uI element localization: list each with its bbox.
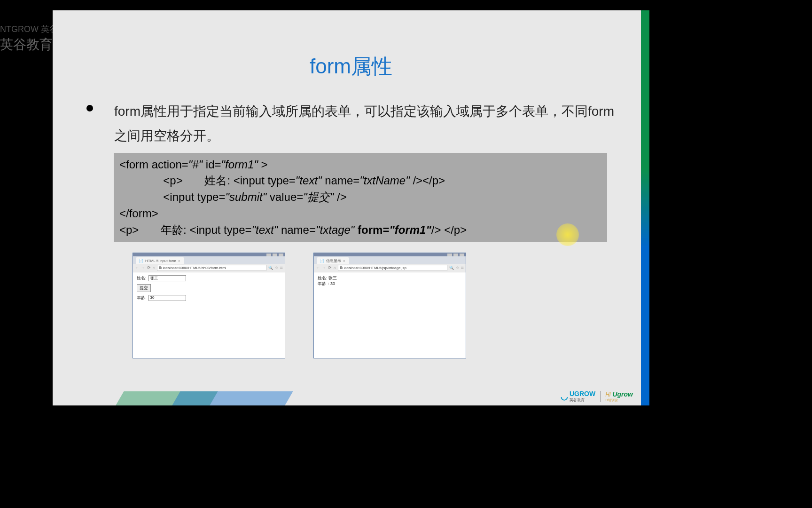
submit-button: 提交 (137, 284, 151, 292)
star-icon: ☆ (456, 266, 459, 270)
tabbar: 📄 HTML 5 input form × (133, 256, 285, 264)
name-label: 姓名: (137, 275, 147, 281)
maximize-icon (453, 254, 458, 256)
menu-icon: ≡ (461, 265, 464, 270)
form-row-name: 姓名: 张三 (137, 275, 281, 281)
file-icon: 📄 (320, 259, 324, 263)
bullet-row: form属性用于指定当前输入域所属的表单，可以指定该输入域属于多个表单，不同fo… (76, 99, 626, 148)
url-input: 🗎 localhost:8080/HTML5/ch03/form.html (157, 265, 266, 271)
url-input: 🗎 localhost:8080/HTML5/jsp/infoage.jsp (338, 265, 447, 271)
watermark-line1: NTGROW 英谷 (0, 24, 58, 35)
slide: form属性 form属性用于指定当前输入域所属的表单，可以指定该输入域属于多个… (53, 10, 649, 405)
browser-content: 姓名: 张三 提交 年龄: 30 (133, 272, 285, 358)
form-row-age: 年龄: 30 (137, 295, 281, 301)
cursor-highlight-icon (556, 223, 579, 246)
close-icon (460, 254, 464, 256)
urlbar: ← → ⟳ ⌂ 🗎 localhost:8080/HTML5/jsp/infoa… (314, 264, 466, 272)
bullet-icon (86, 105, 93, 111)
form-row-submit: 提交 (137, 284, 281, 292)
tab-result: 📄 信息显示 × (317, 257, 349, 264)
code-line-1: <form action="#" id="form1" > (119, 157, 601, 173)
code-line-5: <p> 年龄: <input type="text" name="txtage"… (119, 222, 601, 238)
result-age: 年龄：30 (318, 281, 462, 287)
forward-icon: → (322, 265, 326, 270)
urlbar: ← → ⟳ ⌂ 🗎 localhost:8080/HTML5/ch03/form… (133, 264, 285, 272)
window-controls (447, 254, 464, 256)
code-line-3: <input type="submit" value="提交" /> (119, 189, 601, 206)
maximize-icon (273, 254, 277, 256)
code-block: <form action="#" id="form1" > <p> 姓名: <i… (114, 153, 607, 242)
name-input: 张三 (148, 275, 186, 281)
watermark-line2: 英谷教育 (0, 35, 58, 54)
search-icon: 🔍 (268, 266, 273, 270)
page-icon: 🗎 (340, 266, 344, 270)
browser-content: 姓名: 张三 年龄：30 (314, 272, 466, 358)
slide-title: form属性 (53, 10, 649, 99)
menu-icon: ≡ (280, 265, 283, 270)
tab-form: 📄 HTML 5 input form × (136, 257, 184, 264)
watermark: NTGROW 英谷 英谷教育 (0, 24, 58, 54)
window-controls (266, 254, 283, 256)
browser-window-form: 📄 HTML 5 input form × ← → ⟳ ⌂ 🗎 localhos… (133, 253, 285, 358)
tabbar: 📄 信息显示 × (314, 256, 466, 264)
forward-icon: → (141, 265, 145, 270)
browser-mockups: 📄 HTML 5 input form × ← → ⟳ ⌂ 🗎 localhos… (133, 253, 626, 358)
browser-window-result: 📄 信息显示 × ← → ⟳ ⌂ 🗎 localhost:8080/HTML5/… (313, 253, 466, 358)
home-icon: ⌂ (334, 265, 336, 270)
result-name: 姓名: 张三 (318, 275, 462, 281)
reload-icon: ⟳ (328, 265, 332, 270)
tab-close-icon: × (178, 259, 180, 263)
tab-title: 信息显示 (326, 258, 341, 263)
bullet-text: form属性用于指定当前输入域所属的表单，可以指定该输入域属于多个表单，不同fo… (114, 99, 626, 148)
reload-icon: ⟳ (147, 265, 151, 270)
tab-close-icon: × (343, 259, 345, 263)
titlebar (314, 253, 466, 256)
age-label: 年龄: (137, 295, 147, 301)
code-line-2: <p> 姓名: <input type="text" name="txtName… (119, 173, 601, 189)
back-icon: ← (316, 265, 320, 270)
slide-content: form属性用于指定当前输入域所属的表单，可以指定该输入域属于多个表单，不同fo… (53, 99, 649, 358)
decorative-stripe (641, 10, 649, 405)
minimize-icon (266, 254, 271, 256)
bottom-decoration (53, 391, 649, 405)
file-icon: 📄 (139, 259, 143, 263)
titlebar (133, 253, 285, 256)
back-icon: ← (135, 265, 139, 270)
page-icon: 🗎 (159, 266, 163, 270)
age-input: 30 (148, 295, 186, 301)
code-line-4: </form> (119, 206, 601, 222)
home-icon: ⌂ (153, 265, 155, 270)
close-icon (279, 254, 283, 256)
star-icon: ☆ (275, 266, 278, 270)
tab-title: HTML 5 input form (145, 259, 176, 263)
minimize-icon (447, 254, 452, 256)
search-icon: 🔍 (449, 266, 454, 270)
